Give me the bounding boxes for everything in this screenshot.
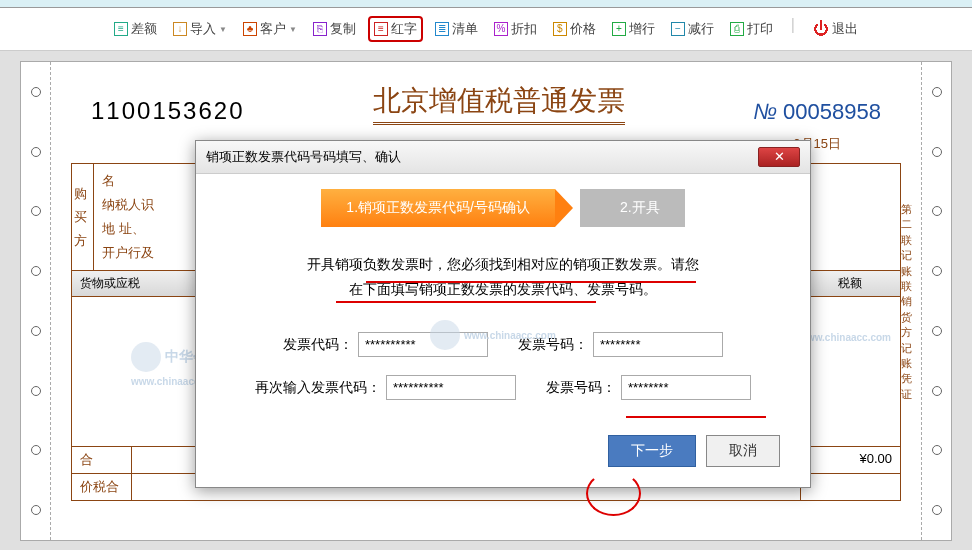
invoice-code-input[interactable]: [358, 332, 488, 357]
number-label-2: 发票号码：: [546, 379, 616, 397]
copy-label-side: 第二联 记账联 销货方记账凭证: [901, 202, 915, 402]
dropdown-icon: ▼: [219, 25, 227, 34]
red-label: 红字: [391, 20, 417, 38]
separator: |: [791, 16, 795, 42]
delrow-label: 减行: [688, 20, 714, 38]
plus-icon: +: [612, 22, 626, 36]
perforation-left: [21, 62, 51, 540]
copy-label: 复制: [330, 20, 356, 38]
red-icon: ≡: [374, 22, 388, 36]
delrow-button[interactable]: − 减行: [667, 16, 718, 42]
step-2: 2.开具: [580, 189, 685, 227]
buyer-side-label: 购买方: [72, 164, 94, 270]
dialog-titlebar: 销项正数发票代码号码填写、确认 ✕: [196, 141, 810, 174]
invoice-number-input-2[interactable]: [621, 375, 751, 400]
confirm-dialog: 销项正数发票代码号码填写、确认 ✕ 1.销项正数发票代码/号码确认 2.开具 开…: [195, 140, 811, 488]
step-nav: 1.销项正数发票代码/号码确认 2.开具: [226, 189, 780, 227]
invoice-code: 1100153620: [91, 97, 244, 125]
copy-icon: ⎘: [313, 22, 327, 36]
close-button[interactable]: ✕: [758, 147, 800, 167]
step-1[interactable]: 1.销项正数发票代码/号码确认: [321, 189, 555, 227]
invoice-title: 北京增值税普通发票: [373, 82, 625, 125]
import-button[interactable]: ↓ 导入 ▼: [169, 16, 231, 42]
print-icon: ⎙: [730, 22, 744, 36]
code-label-2: 再次输入发票代码：: [255, 379, 381, 397]
discount-label: 折扣: [511, 20, 537, 38]
window-titlebar: [0, 0, 972, 8]
invoice-number: № 00058958: [753, 99, 881, 125]
import-label: 导入: [190, 20, 216, 38]
dropdown-icon: ▼: [289, 25, 297, 34]
diff-button[interactable]: ≡ 差额: [110, 16, 161, 42]
next-button[interactable]: 下一步: [608, 435, 696, 467]
addrow-label: 增行: [629, 20, 655, 38]
discount-icon: %: [494, 22, 508, 36]
exit-button[interactable]: ⏻ 退出: [809, 16, 862, 42]
diff-icon: ≡: [114, 22, 128, 36]
customer-label: 客户: [260, 20, 286, 38]
red-button[interactable]: ≡ 红字: [368, 16, 423, 42]
price-button[interactable]: $ 价格: [549, 16, 600, 42]
dialog-title-text: 销项正数发票代码号码填写、确认: [206, 148, 401, 166]
invoice-number-input[interactable]: [593, 332, 723, 357]
diff-label: 差额: [131, 20, 157, 38]
power-icon: ⏻: [813, 20, 829, 38]
cancel-button[interactable]: 取消: [706, 435, 780, 467]
toolbar: ≡ 差额 ↓ 导入 ▼ ♣ 客户 ▼ ⎘ 复制 ≡ 红字 ≣ 清单 % 折扣 $…: [0, 8, 972, 51]
customer-button[interactable]: ♣ 客户 ▼: [239, 16, 301, 42]
perforation-right: [921, 62, 951, 540]
invoice-code-input-2[interactable]: [386, 375, 516, 400]
list-button[interactable]: ≣ 清单: [431, 16, 482, 42]
list-icon: ≣: [435, 22, 449, 36]
price-label: 价格: [570, 20, 596, 38]
print-button[interactable]: ⎙ 打印: [726, 16, 777, 42]
addrow-button[interactable]: + 增行: [608, 16, 659, 42]
copy-button[interactable]: ⎘ 复制: [309, 16, 360, 42]
print-label: 打印: [747, 20, 773, 38]
discount-button[interactable]: % 折扣: [490, 16, 541, 42]
code-label: 发票代码：: [283, 336, 353, 354]
price-icon: $: [553, 22, 567, 36]
list-label: 清单: [452, 20, 478, 38]
import-icon: ↓: [173, 22, 187, 36]
minus-icon: −: [671, 22, 685, 36]
customer-icon: ♣: [243, 22, 257, 36]
dialog-instructions: 开具销项负数发票时，您必须找到相对应的销项正数发票。请您 在下面填写销项正数发票…: [226, 252, 780, 302]
number-label: 发票号码：: [518, 336, 588, 354]
exit-label: 退出: [832, 20, 858, 38]
